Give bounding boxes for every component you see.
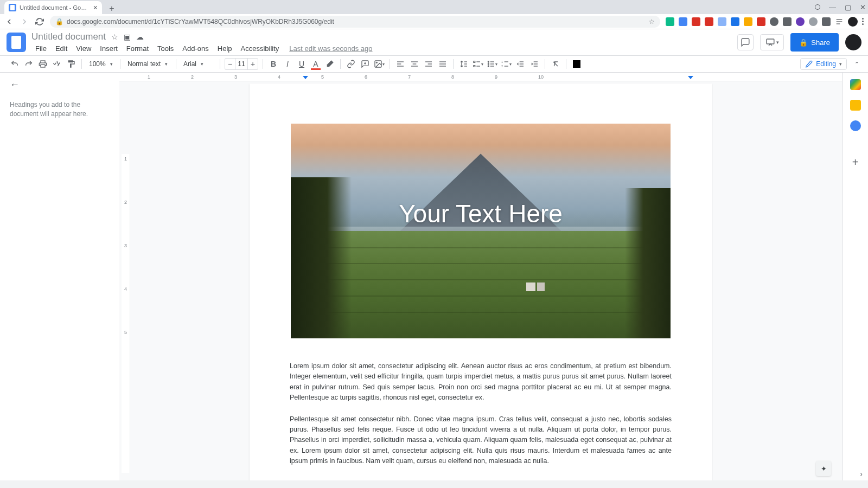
- paint-format-button[interactable]: [65, 58, 77, 70]
- styles-select[interactable]: Normal text: [125, 57, 171, 70]
- spellcheck-button[interactable]: [51, 58, 63, 70]
- minimize-icon[interactable]: —: [829, 3, 836, 11]
- share-button[interactable]: 🔒 Share: [790, 33, 839, 52]
- menu-help[interactable]: Help: [214, 43, 236, 54]
- bookmark-star-icon[interactable]: ☆: [649, 18, 655, 25]
- paragraph[interactable]: Pellentesque sit amet consectetur nibh. …: [290, 414, 672, 467]
- move-icon[interactable]: ▣: [124, 33, 131, 41]
- menu-addons[interactable]: Add-ons: [178, 43, 212, 54]
- menu-bar: File Edit View Insert Format Tools Add-o…: [31, 43, 737, 54]
- comment-button[interactable]: [359, 58, 371, 70]
- ext-icon[interactable]: [679, 17, 687, 26]
- add-on-plus-icon[interactable]: +: [852, 156, 859, 169]
- maximize-icon[interactable]: ▢: [845, 3, 851, 11]
- ext-icon[interactable]: [718, 17, 726, 26]
- collapse-toolbar-icon[interactable]: ⌃: [854, 61, 859, 68]
- fontsize-decrease[interactable]: −: [225, 60, 235, 68]
- align-left-button[interactable]: [394, 58, 406, 70]
- align-center-button[interactable]: [409, 58, 420, 70]
- status-bar: [0, 480, 868, 488]
- svg-point-9: [376, 62, 377, 63]
- present-button[interactable]: ▾: [760, 34, 784, 50]
- calendar-icon[interactable]: [850, 79, 861, 90]
- outline-back-icon[interactable]: ←: [10, 79, 110, 91]
- menu-file[interactable]: File: [31, 43, 50, 54]
- url-bar[interactable]: 🔒 docs.google.com/document/d/1cYTiSCrYaw…: [50, 16, 660, 28]
- ruler-indent-marker[interactable]: [303, 76, 308, 79]
- account-avatar[interactable]: [845, 34, 861, 50]
- ext-icon[interactable]: [731, 17, 739, 26]
- svg-rect-25: [474, 61, 475, 63]
- document-page[interactable]: Your Text Here Lorem ipsum dolor sit ame…: [250, 84, 712, 480]
- tasks-icon[interactable]: [850, 120, 861, 131]
- font-size-stepper[interactable]: − 11 +: [225, 58, 258, 70]
- underline-button[interactable]: U: [296, 58, 308, 70]
- new-tab-button[interactable]: +: [106, 3, 117, 14]
- ext-icon[interactable]: [796, 17, 805, 26]
- menu-accessibility[interactable]: Accessibility: [237, 43, 283, 54]
- clear-format-button[interactable]: [550, 58, 561, 70]
- bullet-list-button[interactable]: ▾: [486, 58, 498, 70]
- editing-mode-select[interactable]: Editing ▾: [800, 58, 847, 70]
- close-icon[interactable]: ✕: [860, 3, 866, 11]
- link-button[interactable]: [345, 58, 357, 70]
- hide-panel-icon[interactable]: ›: [860, 470, 863, 478]
- docs-home-icon[interactable]: [7, 33, 26, 52]
- svg-rect-26: [474, 66, 475, 67]
- hero-text-overlay[interactable]: Your Text Here: [399, 199, 563, 228]
- menu-tools[interactable]: Tools: [154, 43, 177, 54]
- reading-list-icon[interactable]: [835, 17, 844, 26]
- checklist-button[interactable]: ▾: [472, 58, 484, 70]
- indent-button[interactable]: [528, 58, 540, 70]
- paragraph[interactable]: Lorem ipsum dolor sit amet, consectetur …: [290, 361, 672, 403]
- close-tab-icon[interactable]: ×: [93, 3, 98, 12]
- comments-button[interactable]: [737, 34, 754, 50]
- menu-view[interactable]: View: [72, 43, 95, 54]
- ext-icon[interactable]: [705, 17, 713, 26]
- image-button[interactable]: ▾: [373, 58, 385, 70]
- bold-button[interactable]: B: [267, 58, 279, 70]
- ext-icon[interactable]: [692, 17, 700, 26]
- outdent-button[interactable]: [514, 58, 526, 70]
- menu-format[interactable]: Format: [123, 43, 152, 54]
- hero-image[interactable]: Your Text Here: [291, 124, 671, 338]
- extensions-icon[interactable]: [822, 17, 831, 26]
- font-select[interactable]: Arial: [181, 57, 215, 70]
- ext-icon[interactable]: [744, 17, 752, 26]
- ruler-margin-marker[interactable]: [688, 76, 693, 79]
- undo-button[interactable]: [9, 58, 21, 70]
- line-spacing-button[interactable]: [458, 58, 470, 70]
- explore-button[interactable]: ✦: [816, 461, 831, 476]
- fontsize-value[interactable]: 11: [235, 59, 248, 69]
- last-edit-link[interactable]: Last edit was seconds ago: [289, 44, 372, 53]
- menu-edit[interactable]: Edit: [52, 43, 71, 54]
- ext-icon[interactable]: [757, 17, 765, 26]
- redo-button[interactable]: [23, 58, 35, 70]
- browser-menu-icon[interactable]: [862, 18, 864, 25]
- ext-icon[interactable]: [770, 17, 778, 26]
- keep-icon[interactable]: [850, 100, 861, 111]
- ext-icon[interactable]: [783, 17, 792, 26]
- star-icon[interactable]: ☆: [111, 33, 118, 41]
- ext-icon[interactable]: [666, 17, 674, 26]
- horizontal-ruler[interactable]: 1 2 3 4 5 6 7 8 9 10: [119, 73, 842, 81]
- italic-button[interactable]: I: [282, 58, 293, 70]
- ime-button[interactable]: [571, 58, 583, 70]
- ext-icon[interactable]: [809, 17, 818, 26]
- profile-avatar[interactable]: [848, 17, 858, 27]
- highlight-button[interactable]: [324, 58, 336, 70]
- document-title[interactable]: Untitled document: [31, 31, 106, 42]
- back-button[interactable]: [4, 17, 14, 27]
- fontsize-increase[interactable]: +: [248, 60, 258, 68]
- document-canvas[interactable]: 1 2 3 4 5 6 7 8 9 10: [119, 73, 842, 480]
- align-justify-button[interactable]: [437, 58, 449, 70]
- browser-tab[interactable]: Untitled document - Google Doc ×: [4, 1, 102, 14]
- zoom-select[interactable]: 100%: [86, 57, 116, 70]
- text-color-button[interactable]: A: [310, 58, 322, 70]
- print-button[interactable]: [37, 58, 49, 70]
- align-right-button[interactable]: [423, 58, 435, 70]
- reload-button[interactable]: [35, 17, 44, 27]
- numbered-list-button[interactable]: 12▾: [500, 58, 512, 70]
- menu-insert[interactable]: Insert: [96, 43, 122, 54]
- cloud-icon[interactable]: ☁: [136, 33, 144, 41]
